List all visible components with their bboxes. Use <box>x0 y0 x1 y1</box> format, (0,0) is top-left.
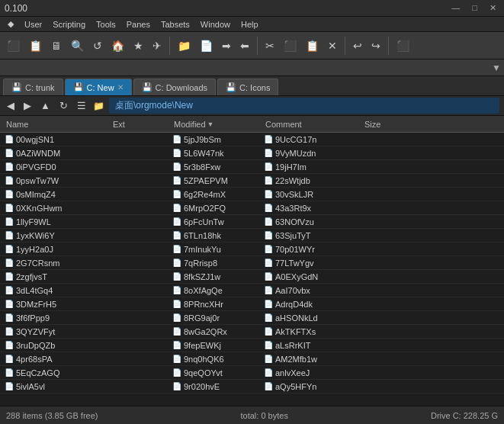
toolbar-extra-btn[interactable]: ⬛ <box>393 37 413 54</box>
table-row[interactable]: 📄5EqCzAGQ📄9qeQOYvt📄anlvXeeJ <box>0 366 504 380</box>
file-comment-icon: 📄 <box>264 341 273 349</box>
file-modified-cell: 📄6MrpO2FQ <box>171 204 262 213</box>
table-row[interactable]: 📄0sMImqZ4📄6g2Re4mX📄30vSkLJR <box>0 188 504 201</box>
folder-icon: 📁 <box>93 101 104 111</box>
table-row[interactable]: 📄0pswTw7W📄5ZPAEPVM📄22sWtjdb <box>0 174 504 188</box>
file-modified-icon: 📄 <box>172 176 181 185</box>
titlebar: 0.100 — □ ✕ <box>0 0 504 17</box>
table-row[interactable]: 📄1yxKWi6Y📄6TLn18hk📄63SjuTyT <box>0 229 504 243</box>
table-row[interactable]: 📄2G7CRsnm📄7qRrisp8📄77LTwYgv <box>0 256 504 270</box>
tab-new[interactable]: 💾 C: New ✕ <box>65 79 132 95</box>
file-type-icon: 📄 <box>5 286 14 294</box>
file-modified-cell: 📄6TLn18hk <box>171 231 262 240</box>
toolbar-delete-btn[interactable]: ✕ <box>324 37 341 54</box>
file-comment-cell: 📄AkTKFTXs <box>262 327 361 336</box>
file-modified-icon: 📄 <box>172 286 181 294</box>
file-comment-icon: 📄 <box>264 272 273 281</box>
toolbar-separator-2 <box>257 37 258 55</box>
table-row[interactable]: 📄1yyH2a0J📄7mInukYu📄70p01WYr <box>0 243 504 256</box>
toolbar-search-btn[interactable]: 🔍 <box>67 37 88 54</box>
file-modified-icon: 📄 <box>172 382 181 390</box>
menu-button[interactable]: ☰ <box>75 99 88 112</box>
filelist-container: Name Ext Modified ▼ Comment Size 📄00wgjS… <box>0 116 504 406</box>
col-header-size[interactable]: Size <box>361 120 422 129</box>
toolbar-paste-btn[interactable]: 📋 <box>25 37 46 54</box>
file-comment-icon: 📄 <box>264 327 273 336</box>
toolbar-send-btn[interactable]: ✈ <box>149 37 165 54</box>
tab-new-close[interactable]: ✕ <box>117 83 124 92</box>
toolbar-newfolder-btn[interactable]: 📁 <box>174 37 194 54</box>
menu-app[interactable]: ◆ <box>3 18 18 31</box>
menu-panes[interactable]: Panes <box>122 18 155 31</box>
toolbar-left-btn[interactable]: ⬅ <box>236 37 253 54</box>
table-row[interactable]: 📄3DMzFrH5📄8PRncXHr📄AdrqD4dk <box>0 297 504 311</box>
file-name-cell: 📄4pr68sPA <box>3 355 110 364</box>
file-comment-cell: 📄anlvXeeJ <box>262 368 361 377</box>
file-modified-icon: 📄 <box>172 162 181 171</box>
table-row[interactable]: 📄5ivlA5vl📄9r020hvE📄aQy5HFYn <box>0 380 504 393</box>
toolbar-home-btn[interactable]: 🏠 <box>108 37 128 54</box>
file-comment-cell: 📄9VyMUzdn <box>262 149 361 158</box>
file-modified-cell: 📄9fepEWKj <box>171 341 262 350</box>
file-comment-cell: 📄aQy5HFYn <box>262 382 361 391</box>
file-name-cell: 📄0XKnGHwm <box>3 204 110 213</box>
up-button[interactable]: ▲ <box>38 99 53 112</box>
file-type-icon: 📄 <box>5 300 14 308</box>
menu-user[interactable]: User <box>20 18 47 31</box>
forward-button[interactable]: ▶ <box>21 99 34 112</box>
maximize-button[interactable]: □ <box>469 3 480 13</box>
address-path[interactable]: 桌面\orgmode\New <box>109 98 499 114</box>
toolbar-folder-btn[interactable]: 🖥 <box>47 37 66 54</box>
file-name-cell: 📄0sMImqZ4 <box>3 190 110 199</box>
file-type-icon: 📄 <box>5 259 14 267</box>
menu-help[interactable]: Help <box>236 18 263 31</box>
table-row[interactable]: 📄0XKnGHwm📄6MrpO2FQ📄43a3Rt9x <box>0 201 504 215</box>
toolbar-right-btn[interactable]: ➡ <box>218 37 235 54</box>
file-modified-cell: 📄7qRrisp8 <box>171 259 262 268</box>
back-button[interactable]: ◀ <box>5 99 17 112</box>
minimize-button[interactable]: — <box>448 3 463 13</box>
toolbar-undo-btn[interactable]: ↩ <box>349 37 366 54</box>
file-comment-cell: 📄AaI70vbx <box>262 286 361 295</box>
col-header-ext[interactable]: Ext <box>110 120 171 129</box>
file-comment-icon: 📄 <box>264 217 273 226</box>
col-header-comment[interactable]: Comment <box>262 120 361 129</box>
tab-new-label: C: New <box>87 83 114 92</box>
menu-scripting[interactable]: Scripting <box>48 18 90 31</box>
table-row[interactable]: 📄0AZiWNDM📄5L6W47nk📄9VyMUzdn <box>0 146 504 160</box>
table-row[interactable]: 📄3dL4tGq4📄8oXfAgQe📄AaI70vbx <box>0 284 504 297</box>
menu-window[interactable]: Window <box>196 18 235 31</box>
file-modified-cell: 📄5r3b8Fxw <box>171 162 262 172</box>
toolbar-star-btn[interactable]: ★ <box>130 37 147 54</box>
file-modified-cell: 📄8fkSZJ1w <box>171 272 262 281</box>
file-comment-cell: 📄70p01WYr <box>262 245 361 254</box>
tab-icons[interactable]: 💾 C: Icons <box>217 79 278 95</box>
titlebar-controls: — □ ✕ <box>448 3 499 13</box>
table-row[interactable]: 📄1llyF9WL📄6pFcUnTw📄63NOfVzu <box>0 215 504 229</box>
toolbar-paste2-btn[interactable]: 📋 <box>302 37 323 54</box>
menu-tools[interactable]: Tools <box>91 18 120 31</box>
tab-icons-icon: 💾 <box>226 82 236 92</box>
toolbar-cut-btn[interactable]: ✂ <box>262 37 278 54</box>
toolbar-redo-btn[interactable]: ↪ <box>368 37 384 54</box>
file-modified-cell: 📄8RG9aj0r <box>171 313 262 323</box>
table-row[interactable]: 📄00wgjSN1📄5jpJ9bSm📄9UcCG17n <box>0 133 504 146</box>
tab-downloads[interactable]: 💾 C: Downloads <box>133 79 216 95</box>
menu-tabsets[interactable]: Tabsets <box>156 18 194 31</box>
col-header-modified[interactable]: Modified ▼ <box>171 120 262 129</box>
table-row[interactable]: 📄2zgfjvsT📄8fkSZJ1w📄A0EXyGdN <box>0 270 504 284</box>
toolbar-copy-btn[interactable]: ⬛ <box>3 37 24 54</box>
table-row[interactable]: 📄3ruDpQZb📄9fepEWKj📄aLsRrKIT <box>0 339 504 352</box>
toolbar-file-btn[interactable]: 📄 <box>196 37 217 54</box>
table-row[interactable]: 📄4pr68sPA📄9nq0hQK6📄AM2Mfb1w <box>0 352 504 366</box>
toolbar-refresh-btn[interactable]: ↺ <box>89 37 106 54</box>
tab-trunk[interactable]: 💾 C: trunk <box>3 79 63 95</box>
table-row[interactable]: 📄0iPVGFD0📄5r3b8Fxw📄19jH7Im <box>0 160 504 174</box>
table-row[interactable]: 📄3QYZVFyt📄8wGa2QRx📄AkTKFTXs <box>0 325 504 339</box>
close-button[interactable]: ✕ <box>486 3 499 13</box>
file-name-cell: 📄3DMzFrH5 <box>3 300 110 309</box>
col-header-name[interactable]: Name <box>3 120 110 129</box>
refresh-button[interactable]: ↻ <box>57 99 70 112</box>
table-row[interactable]: 📄3f6fPpp9📄8RG9aj0r📄aHSONkLd <box>0 311 504 325</box>
toolbar-copy2-btn[interactable]: ⬛ <box>280 37 300 54</box>
